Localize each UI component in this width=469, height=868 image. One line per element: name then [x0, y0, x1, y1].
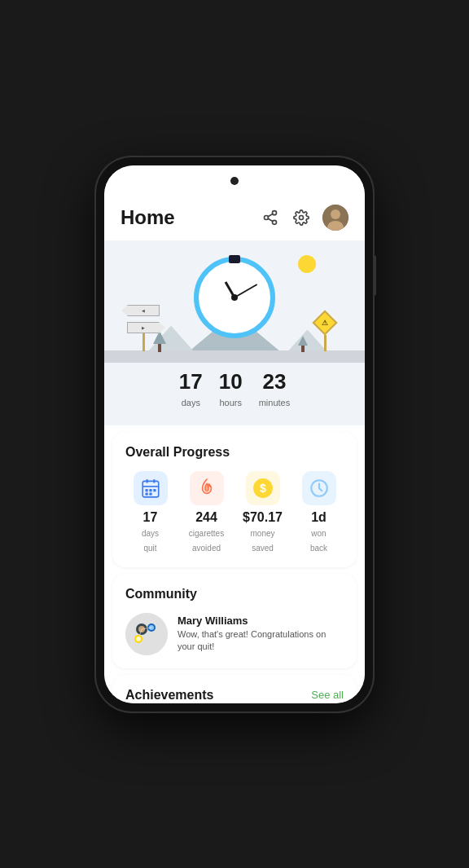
svg-line-3 — [268, 218, 273, 221]
overall-progress-card: Overall Progress — [112, 432, 357, 567]
sign-right: ⚠ — [316, 314, 334, 351]
svg-point-21 — [125, 613, 168, 655]
progress-days-quit: 17 daysquit — [125, 471, 175, 554]
timer-minutes: 23 minutes — [259, 369, 291, 409]
progress-grid: 17 daysquit 244 cigarettesavoided — [125, 471, 344, 554]
progress-life: 1d wonback — [294, 471, 344, 554]
progress-title: Overall Progress — [125, 445, 344, 460]
achievements-card: Achievements See all ✓ — [112, 675, 357, 703]
community-card: Community — [112, 574, 357, 668]
timer-section: ◀ ▶ ⚠ — [104, 240, 365, 425]
ground — [104, 350, 365, 363]
svg-rect-14 — [149, 489, 151, 491]
svg-rect-13 — [145, 489, 147, 491]
svg-line-4 — [268, 214, 273, 216]
share-icon[interactable] — [261, 208, 280, 227]
sign-left: ◀ ▶ — [127, 305, 160, 351]
achievements-title: Achievements — [125, 688, 214, 703]
sun-decoration — [298, 255, 316, 273]
svg-point-5 — [300, 215, 304, 219]
svg-rect-17 — [149, 492, 151, 495]
community-post[interactable]: Mary Williams Wow, that's great! Congrat… — [125, 613, 344, 655]
see-all-button[interactable]: See all — [311, 689, 344, 701]
svg-rect-15 — [153, 489, 156, 491]
avatar[interactable] — [322, 205, 348, 231]
community-avatar — [125, 613, 168, 655]
achievements-header: Achievements See all — [125, 688, 344, 703]
timer-days: 17 days — [179, 369, 203, 409]
flame-icon — [190, 471, 224, 505]
community-post-text: Mary Williams Wow, that's great! Congrat… — [178, 615, 344, 654]
progress-cigarettes: 244 cigarettesavoided — [182, 471, 231, 554]
header-actions — [261, 205, 348, 231]
timer-display: 17 days 10 hours 23 minutes — [179, 369, 290, 409]
money-icon: $ — [246, 471, 280, 505]
settings-icon[interactable] — [291, 208, 311, 227]
calendar-icon — [134, 471, 168, 505]
svg-text:$: $ — [260, 482, 266, 495]
tree-right — [298, 336, 308, 352]
clock-icon — [194, 257, 275, 338]
timer-hours: 10 hours — [219, 369, 243, 409]
life-clock-icon — [302, 471, 336, 505]
svg-point-7 — [331, 209, 340, 219]
community-title: Community — [125, 587, 344, 601]
svg-rect-16 — [145, 492, 147, 495]
progress-money: $ $70.17 moneysaved — [238, 471, 287, 554]
page-title: Home — [121, 206, 261, 229]
timer-illustration: ◀ ▶ ⚠ — [104, 249, 365, 363]
